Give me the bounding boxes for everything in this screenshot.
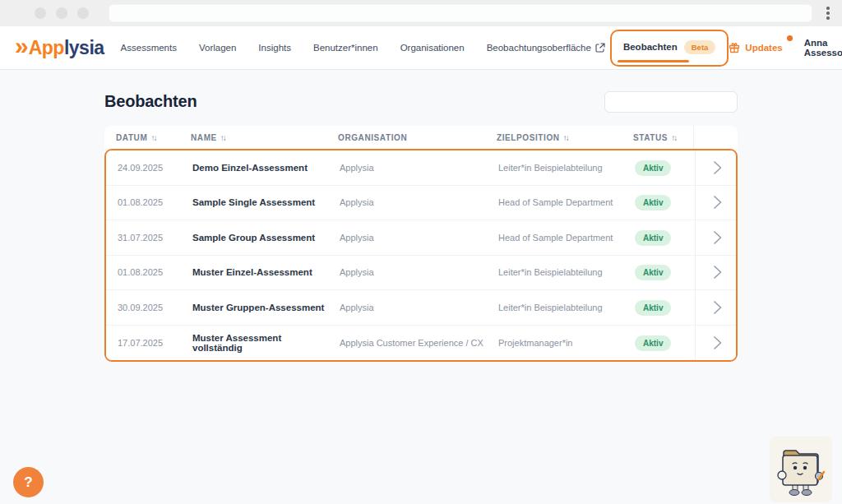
row-date: 01.08.2025	[118, 267, 192, 277]
nav-item-vorlagen[interactable]: Vorlagen	[199, 43, 236, 53]
table-row[interactable]: 24.09.2025Demo Einzel-AssessmentApplysia…	[106, 150, 736, 186]
row-name: Sample Single Assessment	[192, 197, 340, 207]
row-name: Muster Assessment vollständig	[192, 333, 340, 353]
nav-item-assessments[interactable]: Assessments	[121, 43, 177, 53]
row-position: Leiter*in Beispielabteilung	[498, 163, 635, 173]
sort-icon[interactable]: ↑↓	[150, 133, 155, 142]
row-name: Muster Gruppen-Assessment	[192, 303, 340, 312]
column-header-datum[interactable]: Datum↑↓	[116, 133, 191, 142]
row-position: Leiter*in Beispielabteilung	[498, 267, 635, 277]
column-label: Status	[633, 133, 668, 142]
sort-icon[interactable]: ↑↓	[563, 133, 568, 142]
column-label: Name	[191, 133, 217, 142]
nav-item-label: Assessments	[121, 43, 177, 53]
row-date: 24.09.2025	[118, 163, 192, 173]
search-box[interactable]	[604, 91, 738, 113]
gift-icon	[729, 42, 740, 53]
table-row[interactable]: 01.08.2025Sample Single AssessmentApplys…	[106, 186, 736, 221]
nav-item-label: Benutzer*innen	[313, 43, 378, 53]
status-badge: Aktiv	[635, 265, 671, 280]
row-name: Demo Einzel-Assessment	[192, 163, 340, 173]
column-header-actions	[693, 126, 738, 149]
url-bar[interactable]	[109, 4, 812, 22]
row-organisation: Applysia	[340, 233, 498, 243]
column-header-organisation: Organisation	[338, 133, 497, 142]
row-organisation: Applysia	[340, 303, 498, 312]
nav-item-organisationen[interactable]: Organisationen	[400, 43, 465, 53]
row-open-button[interactable]	[695, 186, 738, 220]
row-date: 17.07.2025	[118, 338, 192, 348]
mascot-container	[770, 437, 832, 502]
row-status-cell: Aktiv	[635, 335, 695, 351]
row-position: Leiter*in Beispielabteilung	[498, 303, 635, 312]
applysia-logo[interactable]: » App lysia	[15, 35, 104, 60]
window-dot[interactable]	[35, 7, 46, 19]
row-name: Sample Group Assessment	[192, 233, 340, 243]
row-position: Projektmanager*in	[498, 338, 635, 348]
nav-item-label: Insights	[258, 43, 291, 53]
row-open-button[interactable]	[695, 150, 738, 185]
chevron-right-icon	[713, 335, 722, 350]
window-controls	[35, 7, 89, 19]
row-position: Head of Sample Department	[498, 233, 635, 243]
row-organisation: Applysia	[340, 197, 498, 207]
notification-dot	[787, 35, 793, 41]
table-row[interactable]: 17.07.2025Muster Assessment vollständigA…	[106, 326, 736, 361]
column-header-name[interactable]: Name↑↓	[191, 133, 338, 142]
window-dot[interactable]	[56, 7, 67, 19]
page-title: Beobachten	[104, 92, 197, 111]
chevron-right-icon	[713, 195, 722, 210]
nav-item-label: Organisationen	[400, 43, 465, 53]
search-input[interactable]	[617, 97, 733, 107]
column-label: Datum	[116, 133, 147, 142]
help-button[interactable]: ?	[13, 467, 44, 497]
logo-chevrons-icon: »	[15, 34, 25, 58]
status-badge: Aktiv	[635, 195, 671, 210]
row-organisation: Applysia	[340, 267, 498, 277]
row-open-button[interactable]	[695, 256, 738, 290]
nav-item-insights[interactable]: Insights	[258, 43, 291, 53]
browser-menu-icon[interactable]	[821, 7, 835, 20]
nav-item-label: Beobachtungsoberfläche	[487, 43, 591, 53]
table-body: 24.09.2025Demo Einzel-AssessmentApplysia…	[104, 149, 738, 362]
row-organisation: Applysia Customer Experience / CX	[340, 338, 498, 348]
row-open-button[interactable]	[695, 220, 738, 255]
table-row[interactable]: 31.07.2025Sample Group AssessmentApplysi…	[106, 220, 736, 256]
updates-label: Updates	[745, 43, 782, 53]
logo-text-secondary: lysia	[64, 37, 104, 59]
status-badge: Aktiv	[635, 335, 671, 351]
column-header-status[interactable]: Status↑↓	[633, 133, 693, 142]
table-row[interactable]: 01.08.2025Muster Einzel-AssessmentApplys…	[106, 256, 736, 291]
status-badge: Aktiv	[635, 160, 671, 176]
updates-link[interactable]: Updates	[729, 42, 782, 53]
tab-beobachten[interactable]: Beobachten Beta	[610, 30, 729, 67]
row-status-cell: Aktiv	[635, 264, 695, 280]
sort-icon[interactable]: ↑↓	[220, 133, 225, 142]
folder-mascot-image	[775, 441, 827, 498]
row-date: 31.07.2025	[118, 233, 192, 243]
row-status-cell: Aktiv	[635, 229, 695, 246]
external-link-icon	[595, 43, 605, 53]
row-status-cell: Aktiv	[635, 160, 695, 176]
navbar-right: Updates Anna Assessor	[729, 38, 842, 58]
row-open-button[interactable]	[695, 326, 738, 361]
active-tab-underline	[618, 60, 689, 62]
navbar: » App lysia AssessmentsVorlagenInsightsB…	[0, 26, 842, 70]
row-organisation: Applysia	[340, 163, 498, 173]
question-mark-icon: ?	[24, 474, 32, 491]
user-name: Anna Assessor	[804, 38, 842, 58]
logo-text-primary: App	[29, 37, 64, 59]
sort-icon[interactable]: ↑↓	[671, 133, 676, 142]
nav-item-beobachtungsoberfl-che[interactable]: Beobachtungsoberfläche	[487, 43, 605, 53]
chevron-right-icon	[713, 265, 722, 280]
column-header-zielposition[interactable]: Zielposition↑↓	[497, 133, 633, 142]
nav-items: AssessmentsVorlagenInsightsBenutzer*inne…	[121, 43, 605, 53]
beta-badge: Beta	[684, 40, 716, 54]
column-label: Organisation	[338, 133, 407, 142]
user-menu[interactable]: Anna Assessor	[804, 38, 842, 58]
nav-item-benutzer-innen[interactable]: Benutzer*innen	[313, 43, 378, 53]
row-open-button[interactable]	[695, 290, 738, 325]
row-date: 01.08.2025	[118, 197, 192, 207]
table-row[interactable]: 30.09.2025Muster Gruppen-AssessmentApply…	[106, 290, 736, 326]
window-dot[interactable]	[77, 7, 89, 19]
